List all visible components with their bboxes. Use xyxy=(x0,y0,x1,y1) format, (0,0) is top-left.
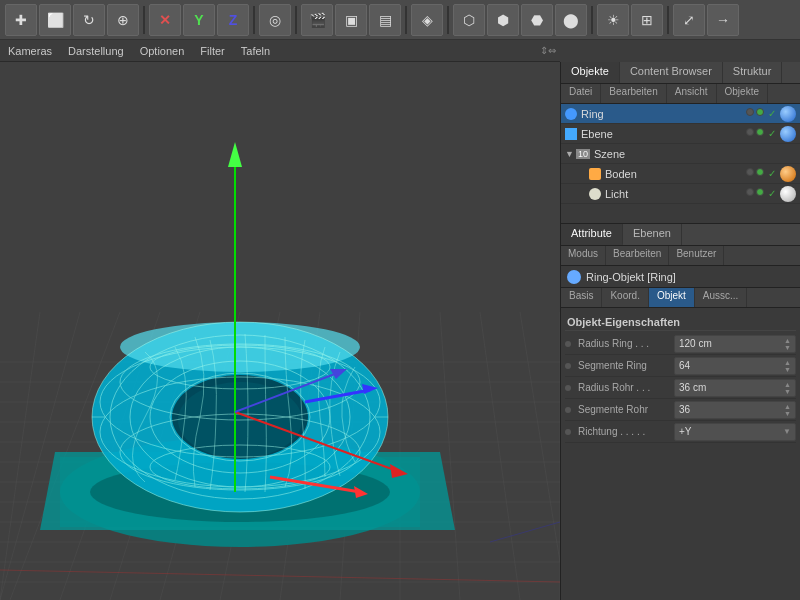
menu-kameras[interactable]: Kameras xyxy=(0,43,60,59)
obj-row-boden[interactable]: Boden ✓ xyxy=(561,164,800,184)
separator-3 xyxy=(295,6,297,34)
obj-row-ring[interactable]: Ring ✓ xyxy=(561,104,800,124)
checkmark-licht: ✓ xyxy=(768,188,776,199)
expand-szene[interactable]: ▼ xyxy=(565,149,574,159)
obj-vis-boden: ✓ xyxy=(746,168,776,179)
tool-y[interactable]: Y xyxy=(183,4,215,36)
prop-up-1[interactable]: ▲ xyxy=(784,359,791,366)
object-title-bar: Ring-Objekt [Ring] xyxy=(561,266,800,288)
obj-title-text: Ring-Objekt [Ring] xyxy=(586,271,676,283)
prop-up-0[interactable]: ▲ xyxy=(784,337,791,344)
prop-down-0[interactable]: ▼ xyxy=(784,344,791,351)
prop-val-text-1: 64 xyxy=(679,360,690,371)
prop-value-radius-ring[interactable]: 120 cm ▲ ▼ xyxy=(674,335,796,353)
attr-menu-modus[interactable]: Modus xyxy=(561,246,606,265)
prop-value-seg-rohr[interactable]: 36 ▲ ▼ xyxy=(674,401,796,419)
tool-new[interactable]: ✚ xyxy=(5,4,37,36)
tab-objekte[interactable]: Objekte xyxy=(561,62,620,83)
attr-menu-benutzer[interactable]: Benutzer xyxy=(669,246,724,265)
obj-sphere-ring xyxy=(780,106,796,122)
separator-1 xyxy=(143,6,145,34)
tab-content-browser[interactable]: Content Browser xyxy=(620,62,723,83)
prop-value-radius-rohr[interactable]: 36 cm ▲ ▼ xyxy=(674,379,796,397)
tool-reload[interactable]: ↻ xyxy=(73,4,105,36)
object-manager-menu: Datei Bearbeiten Ansicht Objekte xyxy=(561,84,800,104)
tool-obj4[interactable]: ⬤ xyxy=(555,4,587,36)
prop-label-seg-ring: Segmente Ring xyxy=(574,360,674,371)
tool-render2[interactable]: ▤ xyxy=(369,4,401,36)
obj-menu-objekte[interactable]: Objekte xyxy=(717,84,768,103)
tool-film[interactable]: 🎬 xyxy=(301,4,333,36)
prop-tab-objekt[interactable]: Objekt xyxy=(649,288,695,307)
tab-struktur[interactable]: Struktur xyxy=(723,62,783,83)
prop-dot-1 xyxy=(565,363,571,369)
object-list: Ring ✓ Ebene ✓ xyxy=(561,104,800,224)
prop-section-title: Objekt-Eigenschaften xyxy=(565,312,796,331)
tool-move[interactable]: ⤢ xyxy=(673,4,705,36)
property-tabs: Basis Koord. Objekt Aussc... xyxy=(561,288,800,308)
tool-cam[interactable]: ⊞ xyxy=(631,4,663,36)
tool-obj3[interactable]: ⬣ xyxy=(521,4,553,36)
obj-icon-ebene xyxy=(565,128,577,140)
separator-6 xyxy=(591,6,593,34)
properties-panel: Objekt-Eigenschaften Radius Ring . . . 1… xyxy=(561,308,800,600)
prop-down-3[interactable]: ▼ xyxy=(784,410,791,417)
tab-ebenen[interactable]: Ebenen xyxy=(623,224,682,245)
prop-value-seg-ring[interactable]: 64 ▲ ▼ xyxy=(674,357,796,375)
separator-2 xyxy=(253,6,255,34)
obj-menu-bearbeiten[interactable]: Bearbeiten xyxy=(601,84,666,103)
tool-obj1[interactable]: ⬡ xyxy=(453,4,485,36)
prop-label-seg-rohr: Segmente Rohr xyxy=(574,404,674,415)
tab-attribute[interactable]: Attribute xyxy=(561,224,623,245)
tool-light[interactable]: ☀ xyxy=(597,4,629,36)
dot1 xyxy=(746,108,754,116)
viewport-3d[interactable]: Perspektive xyxy=(0,62,560,600)
obj-name-ring: Ring xyxy=(581,108,746,120)
checkmark-ebene: ✓ xyxy=(768,128,776,139)
prop-combo-richtung[interactable]: +Y ▼ xyxy=(674,423,796,441)
prop-down-2[interactable]: ▼ xyxy=(784,388,791,395)
tool-open[interactable]: ⬜ xyxy=(39,4,71,36)
menu-tafeln[interactable]: Tafeln xyxy=(233,43,278,59)
attribute-panel: Attribute Ebenen Modus Bearbeiten Benutz… xyxy=(561,224,800,600)
tool-arrow[interactable]: → xyxy=(707,4,739,36)
dot2 xyxy=(756,128,764,136)
prop-spinner-0[interactable]: ▲ ▼ xyxy=(784,337,791,351)
prop-label-radius-rohr: Radius Rohr . . . xyxy=(574,382,674,393)
menu-filter[interactable]: Filter xyxy=(192,43,232,59)
prop-tab-aussc[interactable]: Aussc... xyxy=(695,288,748,307)
tool-obj2[interactable]: ⬢ xyxy=(487,4,519,36)
menu-optionen[interactable]: Optionen xyxy=(132,43,193,59)
prop-tab-koord[interactable]: Koord. xyxy=(602,288,648,307)
dot1 xyxy=(746,128,754,136)
obj-row-szene[interactable]: ▼ 10 Szene xyxy=(561,144,800,164)
main-layout: Perspektive xyxy=(0,62,800,600)
prop-label-radius-ring: Radius Ring . . . xyxy=(574,338,674,349)
obj-row-ebene[interactable]: Ebene ✓ xyxy=(561,124,800,144)
tool-mesh[interactable]: ◎ xyxy=(259,4,291,36)
prop-val-text-0: 120 cm xyxy=(679,338,712,349)
prop-spinner-1[interactable]: ▲ ▼ xyxy=(784,359,791,373)
obj-icon-ring xyxy=(565,108,577,120)
obj-title-icon xyxy=(567,270,581,284)
obj-icon-licht xyxy=(589,188,601,200)
tool-x[interactable]: ✕ xyxy=(149,4,181,36)
prop-spinner-3[interactable]: ▲ ▼ xyxy=(784,403,791,417)
obj-menu-datei[interactable]: Datei xyxy=(561,84,601,103)
menu-darstellung[interactable]: Darstellung xyxy=(60,43,132,59)
attr-menu-bearbeiten[interactable]: Bearbeiten xyxy=(606,246,669,265)
prop-tab-basis[interactable]: Basis xyxy=(561,288,602,307)
obj-menu-ansicht[interactable]: Ansicht xyxy=(667,84,717,103)
obj-icon-szene: 10 xyxy=(576,149,590,159)
obj-name-ebene: Ebene xyxy=(581,128,746,140)
viewport-nav-icons: ⇕⇔ xyxy=(536,43,560,58)
tool-render1[interactable]: ▣ xyxy=(335,4,367,36)
prop-up-2[interactable]: ▲ xyxy=(784,381,791,388)
tool-material[interactable]: ◈ xyxy=(411,4,443,36)
obj-row-licht[interactable]: Licht ✓ xyxy=(561,184,800,204)
tool-add[interactable]: ⊕ xyxy=(107,4,139,36)
prop-up-3[interactable]: ▲ xyxy=(784,403,791,410)
tool-z[interactable]: Z xyxy=(217,4,249,36)
prop-spinner-2[interactable]: ▲ ▼ xyxy=(784,381,791,395)
prop-down-1[interactable]: ▼ xyxy=(784,366,791,373)
